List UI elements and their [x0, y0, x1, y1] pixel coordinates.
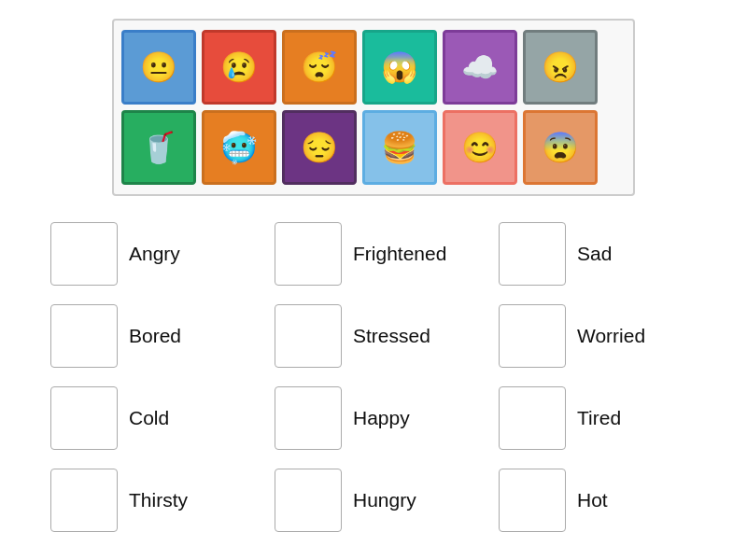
word-label: Worried [577, 325, 645, 347]
word-item: Thirsty [37, 459, 261, 541]
word-label: Frightened [353, 243, 446, 265]
drop-box[interactable] [275, 386, 342, 450]
word-label: Bored [129, 325, 181, 347]
card-icon: 😔 [301, 133, 338, 162]
image-card[interactable]: 🥶 [202, 110, 276, 185]
word-item: Bored [37, 295, 261, 377]
word-item: Sad [486, 213, 710, 295]
word-label: Sad [577, 243, 612, 265]
image-row-2: 🥤🥶😔🍔😊😨 [121, 110, 626, 185]
drop-box[interactable] [499, 304, 566, 368]
word-item: Hot [486, 459, 710, 541]
word-item: Angry [37, 213, 261, 295]
card-icon: 😴 [301, 52, 338, 82]
drop-box[interactable] [50, 386, 118, 450]
drop-box[interactable] [50, 469, 118, 532]
image-card[interactable]: 😊 [443, 110, 517, 185]
word-label: Hungry [353, 489, 416, 511]
word-label: Thirsty [129, 489, 188, 511]
image-card[interactable]: 😢 [202, 30, 276, 105]
word-label: Hot [577, 489, 608, 511]
card-icon: ☁️ [461, 52, 499, 82]
word-item: Worried [486, 295, 710, 377]
card-icon: 😠 [542, 52, 579, 82]
word-label: Happy [353, 407, 410, 429]
image-card[interactable]: 😔 [282, 110, 357, 185]
word-label: Tired [577, 407, 621, 429]
word-item: Stressed [261, 295, 486, 377]
words-grid: AngryFrightenedSadBoredStressedWorriedCo… [37, 213, 710, 541]
image-card[interactable]: 🥤 [121, 110, 196, 185]
word-item: Frightened [261, 213, 486, 295]
word-item: Tired [486, 377, 710, 459]
drop-box[interactable] [275, 304, 342, 368]
card-icon: 😱 [381, 52, 418, 82]
word-label: Cold [129, 407, 169, 429]
drop-box[interactable] [50, 222, 118, 286]
image-card[interactable]: 😐 [121, 30, 196, 105]
image-strip: 😐😢😴😱☁️😠 🥤🥶😔🍔😊😨 [112, 19, 635, 196]
image-card[interactable]: 😨 [523, 110, 598, 185]
word-item: Cold [37, 377, 261, 459]
drop-box[interactable] [275, 222, 342, 286]
image-card[interactable]: 😱 [362, 30, 437, 105]
card-icon: 😐 [140, 52, 177, 82]
drop-box[interactable] [50, 304, 118, 368]
card-icon: 🥶 [220, 133, 258, 162]
image-card[interactable]: ☁️ [443, 30, 517, 105]
word-item: Happy [261, 377, 486, 459]
drop-box[interactable] [499, 222, 566, 286]
card-icon: 😊 [461, 133, 499, 162]
image-card[interactable]: 🍔 [362, 110, 437, 185]
card-icon: 😢 [220, 52, 258, 82]
drop-box[interactable] [499, 469, 566, 532]
image-row-1: 😐😢😴😱☁️😠 [121, 30, 626, 105]
image-card[interactable]: 😴 [282, 30, 357, 105]
word-item: Hungry [261, 459, 486, 541]
word-label: Stressed [353, 325, 430, 347]
card-icon: 😨 [542, 133, 579, 162]
image-card[interactable]: 😠 [523, 30, 598, 105]
card-icon: 🥤 [140, 133, 177, 162]
word-label: Angry [129, 243, 180, 265]
drop-box[interactable] [275, 469, 342, 532]
drop-box[interactable] [499, 386, 566, 450]
card-icon: 🍔 [381, 133, 418, 162]
